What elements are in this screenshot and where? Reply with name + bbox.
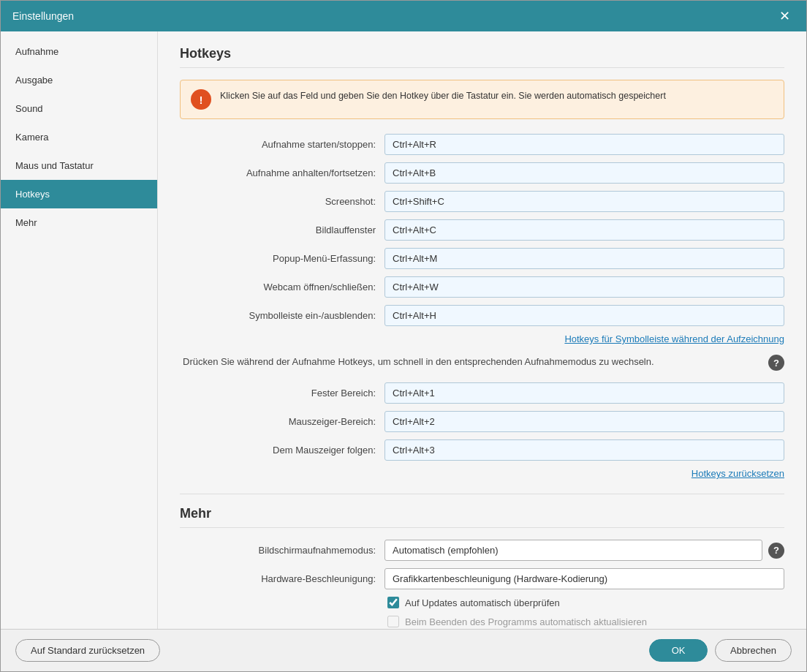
hotkey-input-bildlauffenster[interactable] (384, 219, 784, 241)
info-text: Klicken Sie auf das Feld und geben Sie d… (220, 89, 666, 103)
content-area: Aufnahme Ausgabe Sound Kamera Maus und T… (1, 31, 806, 629)
hardware-wrapper: Grafikkartenbeschleunigung (Hardware-Kod… (384, 568, 784, 589)
ok-button[interactable]: OK (649, 639, 708, 662)
sidebar-item-aufnahme[interactable]: Aufnahme (1, 37, 157, 66)
bildschirm-select[interactable]: Automatisch (empfohlen) DirectX GDI (384, 540, 762, 561)
sidebar-item-mehr[interactable]: Mehr (1, 208, 157, 237)
hotkey-label-aufnahme-start: Aufnahme starten/stoppen: (180, 139, 384, 150)
auto-update-checkbox[interactable] (387, 597, 399, 608)
hardware-row: Hardware-Beschleunigung: Grafikkartenbes… (180, 568, 784, 589)
checkbox-row-auto-install: Beim Beenden des Programms automatisch a… (180, 616, 784, 627)
hotkey-input-dem-mauszeiger[interactable] (384, 439, 784, 461)
hotkey-row-mauszeiger: Mauszeiger-Bereich: (180, 411, 784, 432)
dialog-title: Einstellungen (12, 10, 74, 22)
hotkey-label-symbolleiste: Symbolleiste ein-/ausblenden: (180, 310, 384, 321)
hotkeys-reset-link[interactable]: Hotkeys zurücksetzen (692, 468, 784, 479)
hotkey-input-screenshot[interactable] (384, 191, 784, 212)
auto-update-label: Auf Updates automatisch überprüfen (405, 597, 560, 608)
cancel-button[interactable]: Abbrechen (715, 639, 792, 662)
title-bar: Einstellungen ✕ (1, 1, 806, 31)
auto-install-label: Beim Beenden des Programms automatisch a… (405, 616, 647, 627)
sidebar-item-sound[interactable]: Sound (1, 94, 157, 123)
hotkey-label-fester: Fester Bereich: (180, 388, 384, 399)
checkbox-row-auto-update: Auf Updates automatisch überprüfen (180, 597, 784, 608)
hotkey-label-popup: Popup-Menü-Erfassung: (180, 253, 384, 264)
sidebar: Aufnahme Ausgabe Sound Kamera Maus und T… (1, 31, 158, 629)
hotkey-row-popup: Popup-Menü-Erfassung: (180, 248, 784, 269)
description-row: Drücken Sie während der Aufnahme Hotkeys… (180, 355, 784, 371)
hotkeys-section-title: Hotkeys (180, 46, 784, 68)
bildschirm-label: Bildschirmaufnahmemodus: (180, 545, 384, 556)
reset-link-row: Hotkeys zurücksetzen (180, 468, 784, 479)
close-button[interactable]: ✕ (775, 8, 795, 24)
hotkey-row-aufnahme-pause: Aufnahme anhalten/fortsetzen: (180, 162, 784, 184)
footer: Auf Standard zurücksetzen OK Abbrechen (1, 629, 806, 671)
sidebar-item-hotkeys[interactable]: Hotkeys (1, 180, 157, 208)
hotkey-row-aufnahme-start: Aufnahme starten/stoppen: (180, 134, 784, 155)
footer-right: OK Abbrechen (649, 639, 792, 662)
hotkey-label-mauszeiger: Mauszeiger-Bereich: (180, 416, 384, 427)
hotkey-input-popup[interactable] (384, 248, 784, 269)
hotkey-label-bildlauffenster: Bildlauffenster (180, 224, 384, 235)
sidebar-item-ausgabe[interactable]: Ausgabe (1, 66, 157, 94)
hotkey-input-fester[interactable] (384, 382, 784, 404)
settings-dialog: Einstellungen ✕ Aufnahme Ausgabe Sound K… (0, 0, 807, 672)
hardware-label: Hardware-Beschleunigung: (180, 573, 384, 584)
auto-install-checkbox[interactable] (387, 616, 399, 627)
hardware-select[interactable]: Grafikkartenbeschleunigung (Hardware-Kod… (384, 568, 784, 589)
hotkey-input-webcam[interactable] (384, 276, 784, 298)
hotkey-input-mauszeiger[interactable] (384, 411, 784, 432)
main-scroll: Hotkeys ! Klicken Sie auf das Feld und g… (158, 31, 806, 629)
symbolleiste-link[interactable]: Hotkeys für Symbolleiste während der Auf… (564, 333, 784, 344)
sidebar-item-maus[interactable]: Maus und Tastatur (1, 151, 157, 180)
hotkey-input-aufnahme-start[interactable] (384, 134, 784, 155)
main-content: Hotkeys ! Klicken Sie auf das Feld und g… (158, 31, 806, 629)
section-divider (180, 494, 784, 494)
info-box: ! Klicken Sie auf das Feld und geben Sie… (180, 80, 784, 119)
hotkey-label-aufnahme-pause: Aufnahme anhalten/fortsetzen: (180, 167, 384, 178)
hotkey-row-dem-mauszeiger: Dem Mauszeiger folgen: (180, 439, 784, 461)
help-icon[interactable]: ? (768, 355, 784, 371)
bildschirm-help-icon[interactable]: ? (768, 543, 784, 559)
warning-icon: ! (191, 89, 211, 110)
bildschirm-row: Bildschirmaufnahmemodus: Automatisch (em… (180, 540, 784, 561)
symbolleiste-link-row: Hotkeys für Symbolleiste während der Auf… (180, 333, 784, 344)
hotkey-row-bildlauffenster: Bildlauffenster (180, 219, 784, 241)
hotkey-label-screenshot: Screenshot: (180, 196, 384, 207)
bildschirm-wrapper: Automatisch (empfohlen) DirectX GDI ? (384, 540, 784, 561)
sidebar-item-kamera[interactable]: Kamera (1, 123, 157, 151)
hotkey-row-webcam: Webcam öffnen/schließen: (180, 276, 784, 298)
hotkey-input-aufnahme-pause[interactable] (384, 162, 784, 184)
hotkey-row-screenshot: Screenshot: (180, 191, 784, 212)
hotkey-row-fester: Fester Bereich: (180, 382, 784, 404)
hotkey-label-dem-mauszeiger: Dem Mauszeiger folgen: (180, 445, 384, 456)
hotkey-input-symbolleiste[interactable] (384, 305, 784, 326)
reset-button[interactable]: Auf Standard zurücksetzen (15, 639, 160, 662)
description-text: Drücken Sie während der Aufnahme Hotkeys… (180, 355, 761, 369)
mehr-section-title: Mehr (180, 506, 784, 528)
hotkey-row-symbolleiste: Symbolleiste ein-/ausblenden: (180, 305, 784, 326)
hotkey-label-webcam: Webcam öffnen/schließen: (180, 282, 384, 292)
